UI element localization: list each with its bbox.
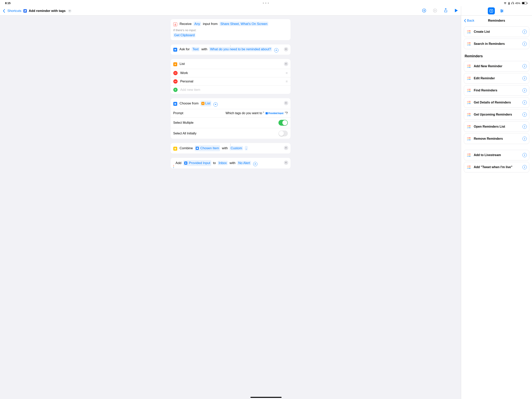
info-button[interactable]: i [522,64,527,68]
run-button[interactable] [454,8,458,13]
action-choose[interactable]: Choose from List ✕ Prompt [171,98,291,139]
library-apps-tab[interactable] [488,7,495,14]
reminders-icon [466,88,471,93]
list-item-row[interactable]: Personal ≡ [171,77,291,85]
expand-chevron-icon[interactable] [253,162,257,166]
drag-handle-icon[interactable]: ≡ [286,79,288,84]
delete-action-button[interactable]: ✕ [284,47,288,51]
share-button[interactable] [444,8,448,14]
drag-handle-icon[interactable]: ≡ [286,71,288,75]
action-combine[interactable]: Combine Chosen Item with Custom , ✕ [171,143,291,154]
info-button[interactable]: i [522,30,527,34]
action-add-reminder[interactable]: Add Provided Input to Inbox with No Aler… [171,158,291,168]
library-action-item[interactable]: Add New Reminder i [464,61,529,71]
title-dropdown-chevron[interactable] [68,9,71,13]
library-toolbar [461,6,532,16]
combine-mode-token[interactable]: Custom [230,146,243,150]
library-action-item[interactable]: Find Reminders i [464,85,529,96]
ask-type-token[interactable]: Text [192,47,200,51]
delete-action-button[interactable]: ✕ [284,101,288,105]
library-action-item[interactable]: Add "Tweet when I'm live" i [464,162,529,172]
library-action-item[interactable]: Add to Livestream i [464,150,529,160]
info-button[interactable]: i [522,76,527,80]
info-button[interactable]: i [522,88,527,93]
library-body[interactable]: Back Reminders Create List i Search in R… [461,16,532,399]
choose-source-token[interactable]: List [200,101,211,106]
remove-item-button[interactable] [173,79,177,84]
undo-button[interactable] [422,8,426,13]
library-title: Reminders [488,19,505,23]
add-with: with [230,161,235,165]
info-button[interactable]: i [522,165,527,169]
list-item-row[interactable]: Work ≡ [171,69,291,77]
receive-verb: Receive [180,22,191,26]
home-indicator[interactable] [250,397,282,398]
fallback-token[interactable]: Get Clipboard [173,33,196,37]
status-time: 8:15 [5,1,11,5]
list-mini-icon [201,102,204,105]
info-button[interactable]: i [522,100,527,105]
delete-action-button[interactable]: ✕ [284,161,288,165]
ask-prompt-token[interactable]: What do you need to be reminded about? [209,47,272,51]
input-mini-icon [184,161,187,165]
remove-item-button[interactable] [173,71,177,75]
library-filters-tab[interactable] [498,7,505,14]
info-button[interactable]: i [522,153,527,157]
add-item-row[interactable]: + Add new item [171,85,291,94]
combine-source-token[interactable]: Chosen Item [195,145,220,151]
ask-verb: Ask for [179,47,190,51]
add-what-token[interactable]: Provided Input [183,160,211,166]
expand-chevron-icon[interactable] [274,48,279,52]
info-button[interactable]: i [522,137,527,141]
library-item-label: Create List [474,30,520,33]
reminders-icon [466,76,471,81]
provided-input-token[interactable]: Provided Input [265,112,284,115]
add-list-token[interactable]: Inbox [218,161,228,165]
delete-action-button[interactable]: ✕ [284,62,288,66]
library-section-title: Reminders [461,51,532,59]
library-item-label: Open Reminders List [474,125,520,129]
info-button[interactable]: i [522,42,527,46]
library-action-item[interactable]: Edit Reminder i [464,73,529,84]
receive-sources-token[interactable]: Share Sheet, What's On Screen [219,22,268,26]
add-item-button[interactable]: + [173,88,177,92]
library-action-item[interactable]: Create List i [464,26,529,37]
editor-toolbar: Shortcuts Add reminder with tags [0,6,461,16]
svg-rect-12 [202,103,204,103]
back-shortcuts-link[interactable]: Shortcuts [7,9,21,13]
param-prompt[interactable]: Prompt Which tags do you want to " Provi… [171,109,291,117]
action-receive[interactable]: Receive Any input from Share Sheet, What… [171,19,291,40]
no-input-label: If there's no input: [173,28,288,33]
list-title: List [180,62,185,66]
collapse-chevron-icon[interactable] [213,102,218,107]
receive-any-token[interactable]: Any [193,22,201,26]
add-alert-token[interactable]: No Alert [237,161,251,165]
action-ask[interactable]: Ask for Text with What do you need to be… [171,45,291,55]
delete-action-button[interactable]: ✕ [284,146,288,150]
svg-rect-8 [174,64,176,64]
library-action-item[interactable]: Get Details of Reminders i [464,97,529,108]
library-item-label: Add "Tweet when I'm live" [474,165,520,169]
library-action-item[interactable]: Open Reminders List i [464,121,529,132]
multitask-dots[interactable]: • • • [263,1,269,5]
reminders-icon [466,153,471,158]
info-button[interactable]: i [522,124,527,129]
combine-sep-token[interactable]: , [245,146,248,150]
battery-icon [522,2,527,4]
info-button[interactable]: i [522,112,527,117]
toggle-select-multiple[interactable] [279,120,288,126]
library-action-item[interactable]: Remove Reminders i [464,134,529,144]
param-value[interactable]: Which tags do you want to " Provided Inp… [226,111,288,115]
editor-canvas[interactable]: Receive Any input from Share Sheet, What… [0,16,461,399]
reminders-icon [466,29,471,34]
reminders-icon [466,112,471,117]
toggle-select-all[interactable] [279,130,288,136]
chosen-item-mini-icon [196,147,199,150]
back-chevron-icon[interactable] [3,9,6,13]
action-list[interactable]: List ✕ Work ≡ Personal ≡ + [171,59,291,94]
svg-rect-1 [512,4,512,4]
library-action-item[interactable]: Get Upcoming Reminders i [464,109,529,120]
library-action-item[interactable]: Search in Reminders i [464,39,529,49]
library-back-button[interactable]: Back [464,19,474,23]
library-item-label: Add to Livestream [474,153,520,157]
